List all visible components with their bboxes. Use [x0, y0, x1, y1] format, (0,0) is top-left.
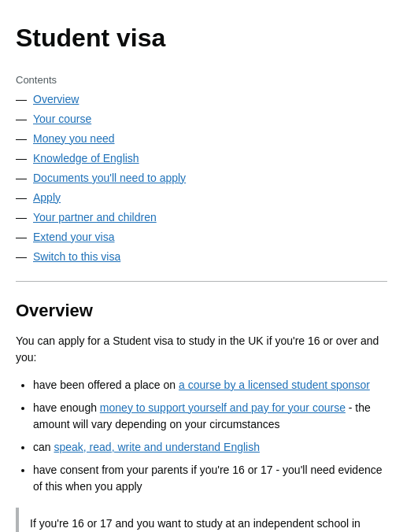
- dash-icon: —: [16, 249, 27, 265]
- contents-item-overview: — Overview: [16, 91, 387, 108]
- bullet-text-consent: have consent from your parents if you're…: [33, 464, 383, 493]
- contents-link-extend[interactable]: Extend your visa: [33, 229, 115, 246]
- callout-text-before: If you're 16 or 17 and you want to study…: [30, 517, 360, 533]
- overview-bullets: have been offered a place on a course by…: [16, 377, 387, 495]
- overview-heading: Overview: [16, 297, 387, 323]
- section-divider: [16, 281, 387, 282]
- overview-intro: You can apply for a Student visa to stud…: [16, 333, 387, 366]
- dash-icon: —: [16, 170, 27, 187]
- contents-link-switch[interactable]: Switch to this visa: [33, 249, 120, 265]
- contents-item-english: — Knowledge of English: [16, 150, 387, 167]
- contents-link-money[interactable]: Money you need: [33, 131, 115, 147]
- dash-icon: —: [16, 150, 27, 167]
- contents-link-partner[interactable]: Your partner and children: [33, 209, 157, 226]
- contents-link-english[interactable]: Knowledge of English: [33, 150, 139, 167]
- contents-item-money: — Money you need: [16, 131, 387, 147]
- page-title: Student visa: [16, 19, 387, 57]
- contents-label: Contents: [16, 72, 387, 88]
- bullet-item-money: have enough money to support yourself an…: [33, 400, 387, 433]
- contents-item-documents: — Documents you'll need to apply: [16, 170, 387, 187]
- bullet-text-money-before: have enough: [33, 401, 100, 414]
- contents-list: — Overview — Your course — Money you nee…: [16, 91, 387, 265]
- contents-item-partner: — Your partner and children: [16, 209, 387, 226]
- contents-item-extend: — Extend your visa: [16, 229, 387, 246]
- dash-icon: —: [16, 131, 27, 147]
- contents-item-apply: — Apply: [16, 190, 387, 206]
- bullet-item-english: can speak, read, write and understand En…: [33, 439, 387, 456]
- contents-item-your-course: — Your course: [16, 111, 387, 127]
- dash-icon: —: [16, 190, 27, 206]
- sponsor-link[interactable]: a course by a licensed student sponsor: [179, 379, 370, 391]
- bullet-text-english-before: can: [33, 441, 54, 453]
- english-link[interactable]: speak, read, write and understand Englis…: [54, 441, 260, 453]
- contents-link-your-course[interactable]: Your course: [33, 111, 91, 127]
- contents-item-switch: — Switch to this visa: [16, 249, 387, 265]
- contents-link-documents[interactable]: Documents you'll need to apply: [33, 170, 186, 187]
- contents-link-apply[interactable]: Apply: [33, 190, 61, 206]
- callout-box: If you're 16 or 17 and you want to study…: [16, 508, 387, 533]
- dash-icon: —: [16, 209, 27, 226]
- bullet-item-consent: have consent from your parents if you're…: [33, 462, 387, 495]
- bullet-item-sponsor: have been offered a place on a course by…: [33, 377, 387, 393]
- dash-icon: —: [16, 111, 27, 127]
- bullet-text-sponsor-before: have been offered a place on: [33, 379, 179, 391]
- contents-link-overview[interactable]: Overview: [33, 91, 79, 108]
- money-link[interactable]: money to support yourself and pay for yo…: [100, 401, 346, 414]
- overview-section: Overview You can apply for a Student vis…: [16, 297, 387, 533]
- dash-icon: —: [16, 91, 27, 108]
- dash-icon: —: [16, 229, 27, 246]
